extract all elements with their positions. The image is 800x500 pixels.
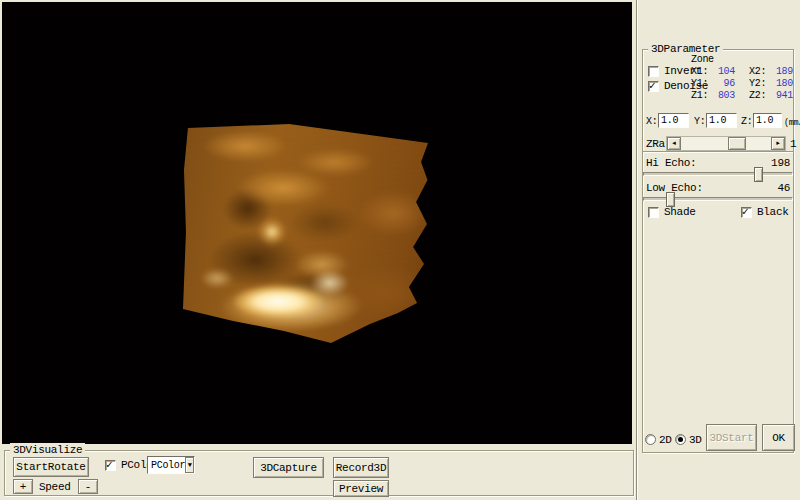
zrate-scroll-thumb[interactable] bbox=[728, 137, 746, 150]
zrate-scrollbar[interactable]: ◄ ► bbox=[666, 136, 786, 151]
panel-divider-highlight bbox=[637, 0, 638, 500]
scale-unit-label: (mm/p) bbox=[784, 117, 800, 129]
chevron-down-icon: ▼ bbox=[188, 461, 192, 469]
invert-checkbox[interactable]: ✓ bbox=[648, 66, 659, 77]
capture-3d-button[interactable]: 3DCapture bbox=[253, 457, 324, 478]
denoise-checkbox[interactable]: ✓ bbox=[648, 81, 659, 92]
zone-key: X1: bbox=[691, 66, 710, 78]
dropdown-button[interactable]: ▼ bbox=[185, 457, 194, 473]
start-rotate-button[interactable]: StartRotate bbox=[13, 457, 89, 477]
pcolor-dropdown-value: PColor bbox=[148, 460, 185, 471]
shade-label: Shade bbox=[664, 206, 696, 218]
pcolor-dropdown[interactable]: PColor ▼ bbox=[147, 456, 195, 474]
section-separator bbox=[643, 151, 793, 153]
speed-plus-button[interactable]: + bbox=[13, 479, 33, 494]
zone-key: Y2: bbox=[749, 78, 768, 90]
check-icon: ✓ bbox=[106, 458, 112, 471]
ultrasound-volume-render bbox=[180, 120, 428, 344]
zone-key: Z1: bbox=[691, 90, 710, 102]
start-3d-button[interactable]: 3DStart bbox=[706, 424, 757, 451]
zone-label: Zone bbox=[691, 54, 714, 66]
zone-key: X2: bbox=[749, 66, 768, 78]
check-icon: ✓ bbox=[649, 79, 655, 92]
low-echo-slider-thumb[interactable] bbox=[666, 192, 675, 207]
zone-row: Y1: 96 Y2: 180 bbox=[691, 78, 793, 90]
zone-value: 941 bbox=[768, 90, 793, 102]
y-scale-input[interactable] bbox=[706, 113, 737, 128]
low-echo-value: 46 bbox=[777, 182, 790, 194]
render-viewport[interactable] bbox=[2, 2, 632, 444]
zone-value: 189 bbox=[768, 66, 793, 78]
scroll-left-button[interactable]: ◄ bbox=[667, 137, 681, 150]
zone-row: X1: 104 X2: 189 bbox=[691, 66, 793, 78]
x-scale-label: X: bbox=[646, 116, 657, 128]
black-checkbox[interactable]: ✓ bbox=[741, 207, 752, 218]
pcolor-checkbox[interactable]: ✓ bbox=[105, 460, 116, 471]
mode-3d-radio[interactable] bbox=[675, 434, 686, 445]
zrate-scroll-track[interactable] bbox=[681, 137, 771, 150]
hi-echo-slider-thumb[interactable] bbox=[754, 167, 763, 182]
hi-echo-label: Hi Echo: bbox=[646, 157, 696, 169]
z-scale-label: Z: bbox=[741, 116, 752, 128]
speed-minus-button[interactable]: - bbox=[78, 479, 98, 494]
zone-value: 803 bbox=[710, 90, 735, 102]
ok-button[interactable]: OK bbox=[762, 424, 795, 451]
y-scale-label: Y: bbox=[694, 116, 705, 128]
mode-2d-label: 2D bbox=[659, 434, 672, 446]
zone-key: Y1: bbox=[691, 78, 710, 90]
zone-value: 96 bbox=[710, 78, 735, 90]
parameter-groupbox: 3DParameter ✓ Invert ✓ Denoise Zone X1: … bbox=[642, 49, 794, 453]
hi-echo-slider[interactable] bbox=[643, 172, 793, 176]
zone-row: Z1: 803 Z2: 941 bbox=[691, 90, 793, 102]
mode-3d-label: 3D bbox=[689, 434, 702, 446]
app-window: { "colors": { "panel_bg": "#ece9d8", "vi… bbox=[0, 0, 800, 500]
black-label: Black bbox=[757, 206, 789, 218]
zrate-value: 1 bbox=[790, 138, 796, 150]
zone-value: 180 bbox=[768, 78, 793, 90]
preview-button[interactable]: Preview bbox=[333, 480, 389, 497]
scroll-left-icon: ◄ bbox=[672, 140, 675, 147]
check-icon: ✓ bbox=[742, 205, 748, 218]
low-echo-slider[interactable] bbox=[643, 197, 793, 201]
scroll-right-icon: ► bbox=[776, 140, 779, 147]
zone-key: Z2: bbox=[749, 90, 768, 102]
x-scale-input[interactable] bbox=[658, 113, 689, 128]
mode-2d-radio[interactable] bbox=[645, 434, 656, 445]
z-scale-input[interactable] bbox=[753, 113, 782, 128]
record-3d-button[interactable]: Record3D bbox=[333, 457, 389, 478]
ultrasound-volume-texture bbox=[176, 116, 432, 348]
speed-label: Speed bbox=[39, 481, 71, 493]
zone-table: X1: 104 X2: 189 Y1: 96 Y2: 180 Z1: 803 Z… bbox=[691, 66, 793, 102]
scroll-right-button[interactable]: ► bbox=[771, 137, 785, 150]
visualize-group-title: 3DVisualize bbox=[10, 443, 85, 457]
hi-echo-value: 198 bbox=[771, 157, 790, 169]
visualize-groupbox: 3DVisualize StartRotate + Speed - ✓ PCol… bbox=[4, 450, 634, 496]
shade-checkbox[interactable]: ✓ bbox=[648, 207, 659, 218]
zone-value: 104 bbox=[710, 66, 735, 78]
